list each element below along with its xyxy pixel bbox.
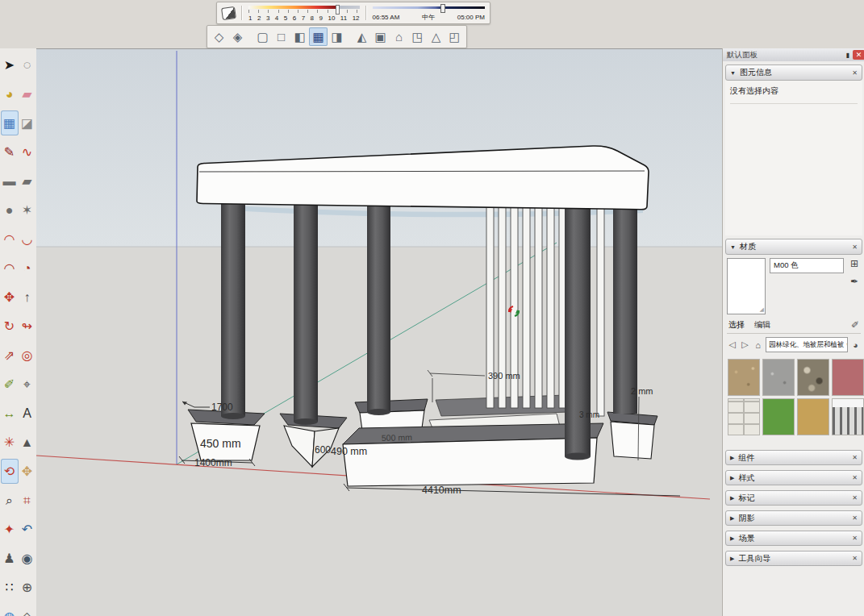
scale-tool[interactable]: ⇗ — [1, 343, 19, 368]
swatch-fence-gate[interactable] — [832, 398, 864, 435]
sample-paint-icon[interactable]: ✐ — [851, 319, 859, 331]
3d-text-tool[interactable]: ▲ — [19, 430, 36, 455]
swatch-rock-coarse[interactable] — [797, 359, 829, 396]
tab-edit[interactable]: 编辑 — [754, 319, 770, 331]
previous-view-tool[interactable]: ↶ — [19, 517, 36, 542]
back-edges-icon[interactable]: ◈ — [228, 27, 247, 46]
pin-icon[interactable]: ▮ — [846, 52, 849, 59]
column-2[interactable] — [294, 200, 318, 425]
close-icon[interactable]: ✕ — [852, 69, 858, 77]
collapse-arrow-icon[interactable]: ▼ — [730, 244, 736, 250]
paint-bucket-icon[interactable]: ◕ — [850, 340, 861, 350]
tape-measure-tool[interactable]: ✐ — [1, 372, 19, 397]
select-tool[interactable]: ➤ — [1, 52, 19, 77]
right-view-icon[interactable]: ◳ — [408, 27, 427, 46]
orbit-tool[interactable]: ⟲ — [1, 459, 19, 484]
text-tool[interactable]: A — [19, 401, 36, 426]
flat-slab-tool[interactable]: ◪ — [19, 110, 36, 135]
close-icon[interactable]: ✕ — [852, 454, 858, 461]
rotate-tool[interactable]: ↻ — [1, 314, 19, 339]
expand-arrow-icon[interactable]: ▶ — [730, 535, 734, 542]
make-component-tool[interactable]: ◌ — [19, 52, 36, 77]
protractor-tool[interactable]: ⌖ — [19, 372, 36, 397]
arc-tool[interactable]: ◠ — [1, 227, 19, 252]
pie-tool[interactable]: ◔ — [19, 256, 36, 281]
polygon-tool[interactable]: ✶ — [19, 198, 36, 223]
shaded-with-textures-icon[interactable]: ▦ — [309, 27, 328, 46]
tray-close-button[interactable]: ✕ — [853, 50, 864, 60]
line-tool[interactable]: ✎ — [1, 139, 19, 164]
section-shadows[interactable]: ▶ 阴影 ✕ — [725, 510, 862, 526]
create-material-icon[interactable]: ⊞ — [850, 258, 858, 269]
section-tags[interactable]: ▶ 标记 ✕ — [725, 490, 862, 506]
back-view-icon[interactable]: △ — [427, 27, 445, 46]
three-point-arc-tool[interactable]: ◠ — [1, 256, 19, 281]
shadow-toggle-button[interactable] — [220, 4, 237, 22]
section-instructor[interactable]: ▶ 工具向导 ✕ — [725, 551, 862, 566]
time-slider-handle[interactable] — [440, 4, 445, 13]
collapse-arrow-icon[interactable]: ▼ — [730, 70, 736, 76]
rectangle-tool[interactable]: ▬ — [1, 169, 19, 194]
swatch-gravel-gray[interactable] — [762, 359, 795, 396]
follow-me-tool[interactable]: ↬ — [19, 314, 36, 339]
entity-info-header[interactable]: ▼ 图元信息 ✕ — [725, 65, 862, 81]
swatch-sand-ochre[interactable] — [797, 398, 829, 435]
section-styles[interactable]: ▶ 样式 ✕ — [725, 470, 862, 485]
swatch-grass[interactable] — [762, 398, 795, 435]
walk-tool[interactable]: ∷ — [1, 575, 19, 600]
shaded-icon[interactable]: ◧ — [290, 27, 309, 46]
pan-tool[interactable]: ✥ — [19, 459, 36, 484]
shadow-time-slider[interactable]: 06:55 AM 中午 05:00 PM — [371, 4, 486, 23]
position-camera-tool[interactable]: ♟ — [1, 546, 19, 571]
close-icon[interactable]: ✕ — [852, 474, 858, 481]
secondary-pane-icon[interactable]: ✒ — [850, 276, 858, 287]
swatch-pavers[interactable] — [728, 398, 760, 435]
eraser-tool[interactable]: ▰ — [19, 81, 36, 106]
footing-right[interactable] — [607, 412, 657, 459]
rotated-rectangle-tool[interactable]: ▰ — [19, 169, 36, 194]
look-around-tool[interactable]: ◉ — [19, 546, 36, 571]
close-icon[interactable]: ✕ — [852, 535, 858, 542]
monochrome-icon[interactable]: ◨ — [328, 27, 346, 46]
expand-arrow-icon[interactable]: ▶ — [730, 556, 734, 562]
push-pull-tool[interactable]: ↑ — [19, 285, 36, 310]
section-plane-tool[interactable]: ⊕ — [19, 575, 36, 600]
expand-arrow-icon[interactable]: ▶ — [730, 455, 734, 461]
swatch-rose-stone[interactable] — [832, 359, 864, 396]
zoom-window-tool[interactable]: ⌗ — [19, 488, 36, 513]
wireframe-icon[interactable]: ▢ — [253, 27, 272, 46]
offset-tool[interactable]: ◎ — [19, 343, 36, 368]
date-slider-handle[interactable] — [336, 5, 340, 15]
column-1[interactable] — [221, 200, 245, 419]
materials-header[interactable]: ▼ 材质 ✕ — [725, 239, 862, 255]
material-preview[interactable]: ◢ — [727, 258, 766, 314]
zoom-tool[interactable]: ⌕ — [1, 488, 19, 513]
partial-tool-b[interactable]: ◇ — [19, 604, 36, 616]
textured-material-tool[interactable]: ▦ — [1, 110, 19, 135]
iso-view-icon[interactable]: ◭ — [353, 27, 371, 46]
close-icon[interactable]: ✕ — [852, 555, 858, 562]
left-view-icon[interactable]: ◰ — [445, 27, 464, 46]
hidden-line-icon[interactable]: □ — [272, 27, 290, 46]
expand-arrow-icon[interactable]: ▶ — [730, 515, 734, 522]
collection-dropdown[interactable]: 园林绿化、地被层和植被 ∨ — [766, 337, 848, 352]
close-icon[interactable]: ✕ — [852, 514, 858, 522]
axes-tool[interactable]: ✳ — [1, 430, 19, 455]
column-3[interactable] — [367, 198, 390, 415]
tab-select[interactable]: 选择 — [728, 319, 745, 331]
close-icon[interactable]: ✕ — [852, 494, 858, 502]
top-view-icon[interactable]: ▣ — [371, 27, 390, 46]
section-scenes[interactable]: ▶ 场景 ✕ — [725, 531, 862, 546]
material-name-field[interactable]: M00 色 — [770, 258, 844, 273]
3d-viewport[interactable]: 1700 450 mm 1400mm 600 490 mm 500 mm — [36, 48, 722, 616]
column-4[interactable] — [565, 194, 591, 460]
xray-mode-icon[interactable]: ◇ — [210, 27, 228, 46]
two-point-arc-tool[interactable]: ◡ — [19, 227, 36, 252]
paint-bucket-tool[interactable]: ◕ — [1, 81, 19, 106]
section-components[interactable]: ▶ 组件 ✕ — [725, 450, 862, 465]
home-icon[interactable]: ⌂ — [753, 340, 763, 350]
close-icon[interactable]: ✕ — [852, 243, 858, 251]
back-icon[interactable]: ◁ — [727, 339, 737, 350]
expand-arrow-icon[interactable]: ▶ — [730, 495, 734, 502]
dimension-tool[interactable]: ↔ — [1, 401, 19, 426]
